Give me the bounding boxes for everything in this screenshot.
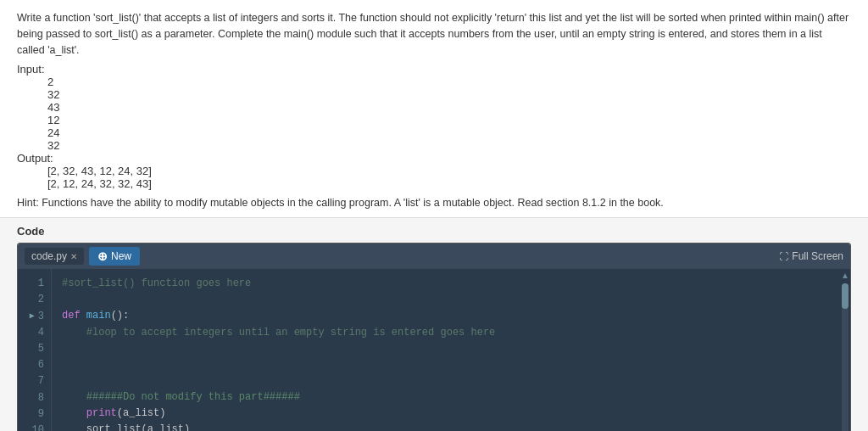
output-block: Output:	[17, 152, 851, 165]
code-line: sort_list(a_list)	[62, 422, 830, 431]
code-line: def main():	[62, 308, 830, 324]
code-label: Code	[17, 225, 851, 238]
input-label: Input:	[17, 63, 45, 76]
scroll-track	[842, 283, 849, 431]
line-number: 5	[28, 341, 44, 357]
line-numbers: 12▶34567891011121314	[18, 269, 52, 431]
plus-icon: ⊕	[97, 249, 108, 263]
input-value: 24	[17, 126, 851, 139]
fullscreen-label: Full Screen	[792, 250, 843, 262]
close-icon[interactable]: ✕	[70, 252, 77, 261]
editor-body: 12▶34567891011121314 #sort_list() functi…	[18, 269, 850, 431]
editor-header: code.py ✕ ⊕ New ⛶ Full Screen	[18, 243, 850, 269]
line-number: ▶3	[28, 309, 44, 325]
code-line: print(a_list)	[62, 406, 830, 422]
line-number: 6	[28, 357, 44, 373]
code-section: Code code.py ✕ ⊕ New ⛶ Full Screen 12▶34…	[0, 218, 868, 431]
input-value: 32	[17, 88, 851, 101]
input-value: 32	[17, 139, 851, 152]
problem-description: Write a function 'sort_list()' that acce…	[17, 10, 851, 58]
input-value: 2	[17, 76, 851, 88]
code-line	[62, 357, 830, 373]
input-value: 43	[17, 101, 851, 114]
line-number: 7	[28, 373, 44, 389]
line-arrow-icon: ▶	[30, 310, 35, 323]
line-number: 4	[28, 325, 44, 341]
input-block: Input:	[17, 63, 851, 76]
output-label: Output:	[17, 152, 53, 165]
scroll-up-icon[interactable]: ▲	[839, 269, 851, 282]
hint-text: Hint: Functions have the ability to modi…	[17, 197, 851, 209]
new-tab-label: New	[111, 250, 131, 262]
scrollbar[interactable]: ▲ ▼	[840, 269, 850, 431]
code-line	[62, 292, 830, 308]
scroll-thumb[interactable]	[842, 283, 849, 309]
editor-tabs: code.py ✕ ⊕ New	[25, 247, 140, 266]
new-tab[interactable]: ⊕ New	[89, 247, 140, 266]
editor-container: code.py ✕ ⊕ New ⛶ Full Screen 12▶3456789…	[17, 243, 851, 431]
code-line	[62, 373, 830, 389]
line-number: 8	[28, 390, 44, 406]
file-tab-label: code.py	[31, 250, 67, 262]
code-line: ######Do not modify this part######	[62, 389, 830, 406]
file-tab[interactable]: code.py ✕	[25, 248, 84, 265]
code-line	[62, 341, 830, 357]
line-number: 10	[28, 423, 44, 431]
fullscreen-button[interactable]: ⛶ Full Screen	[779, 250, 843, 262]
output-value: [2, 32, 43, 12, 24, 32]	[17, 165, 851, 177]
code-line: #sort_list() function goes here	[62, 276, 830, 292]
problem-section: Write a function 'sort_list()' that acce…	[0, 0, 868, 218]
line-number: 1	[28, 276, 44, 292]
code-area[interactable]: #sort_list() function goes heredef main(…	[52, 269, 840, 431]
output-value: [2, 12, 24, 32, 32, 43]	[17, 177, 851, 190]
fullscreen-icon: ⛶	[779, 251, 788, 261]
code-line: #loop to accept integers until an empty …	[62, 325, 830, 341]
line-number: 2	[28, 292, 44, 308]
line-number: 9	[28, 406, 44, 423]
output-values: [2, 32, 43, 12, 24, 32][2, 12, 24, 32, 3…	[17, 165, 851, 190]
input-values: 23243122432	[17, 76, 851, 152]
input-value: 12	[17, 114, 851, 126]
